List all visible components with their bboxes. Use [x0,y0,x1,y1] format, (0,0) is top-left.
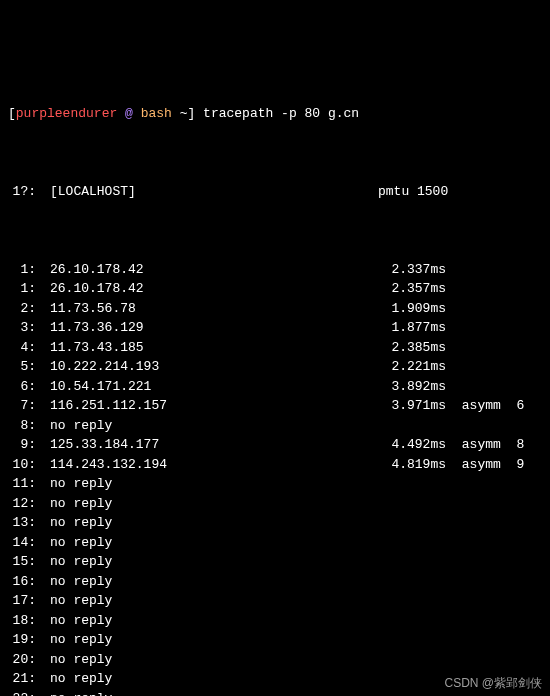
hop-number: 7: [8,396,38,416]
hop-number: 18: [8,611,38,631]
prompt-shell: bash [141,104,172,124]
hop-address: no reply [50,591,160,611]
hop-rtt: 2.337ms [378,260,446,280]
hop-row: 2: 11.73.56.781.909ms [8,299,542,319]
hop-address: no reply [50,416,160,436]
hop-row: 5: 10.222.214.1932.221ms [8,357,542,377]
hop-number: 14: [8,533,38,553]
tracepath-header: 1?: [LOCALHOST]pmtu 1500 [8,182,542,202]
hop-rtt: 1.877ms [378,318,446,338]
hop-number: 20: [8,650,38,670]
hop-number: 1: [8,279,38,299]
hop-row: 15: no reply [8,552,542,572]
hop-row: 18: no reply [8,611,542,631]
watermark: CSDN @紫郢剑侠 [444,674,542,692]
hop-number: 15: [8,552,38,572]
hop-row: 10: 114.243.132.1944.819ms asymm 9 [8,455,542,475]
hop-row: 9: 125.33.184.1774.492ms asymm 8 [8,435,542,455]
hop-number: 4: [8,338,38,358]
hop-number: 9: [8,435,38,455]
hop-extra: asymm 9 [446,455,524,475]
hop-number: 16: [8,572,38,592]
hop-number: 5: [8,357,38,377]
hop-address: 10.222.214.193 [50,357,160,377]
hop-number: 17: [8,591,38,611]
hop-extra: asymm 8 [446,435,524,455]
hop-address: no reply [50,552,160,572]
hop-address: no reply [50,494,160,514]
hop-address: 26.10.178.42 [50,279,160,299]
hop-address: no reply [50,572,160,592]
hop-number: 10: [8,455,38,475]
hop-row: 8: no reply [8,416,542,436]
hop-address: no reply [50,689,160,697]
hop-address: 125.33.184.177 [50,435,160,455]
hop-row: 19: no reply [8,630,542,650]
hop-number: 12: [8,494,38,514]
prompt-line: [purpleendurer @ bash ~] tracepath -p 80… [8,104,542,124]
hop-number: 8: [8,416,38,436]
header-pmtu: pmtu 1500 [378,182,448,202]
hop-address: 116.251.112.157 [50,396,160,416]
hop-address: no reply [50,669,160,689]
hop-number: 21: [8,669,38,689]
hop-address: 10.54.171.221 [50,377,160,397]
hops-list: 1: 26.10.178.422.337ms1: 26.10.178.422.3… [8,260,542,697]
hop-rtt: 1.909ms [378,299,446,319]
hop-row: 20: no reply [8,650,542,670]
bracket-close: ] [187,104,195,124]
hop-address: 26.10.178.42 [50,260,160,280]
hop-rtt: 2.385ms [378,338,446,358]
hop-number: 6: [8,377,38,397]
hop-extra: asymm 6 [446,396,524,416]
header-hop: 1?: [8,182,38,202]
hop-row: 1: 26.10.178.422.337ms [8,260,542,280]
hop-row: 7: 116.251.112.1573.971ms asymm 6 [8,396,542,416]
hop-address: no reply [50,533,160,553]
hop-row: 17: no reply [8,591,542,611]
hop-address: 11.73.43.185 [50,338,160,358]
hop-address: 114.243.132.194 [50,455,160,475]
hop-row: 13: no reply [8,513,542,533]
hop-row: 6: 10.54.171.2213.892ms [8,377,542,397]
hop-address: no reply [50,630,160,650]
hop-row: 4: 11.73.43.1852.385ms [8,338,542,358]
hop-rtt: 2.357ms [378,279,446,299]
prompt-tilde: ~ [172,104,188,124]
hop-number: 11: [8,474,38,494]
hop-row: 1: 26.10.178.422.357ms [8,279,542,299]
hop-address: no reply [50,513,160,533]
header-host: [LOCALHOST] [50,182,160,202]
hop-number: 13: [8,513,38,533]
hop-number: 3: [8,318,38,338]
hop-number: 1: [8,260,38,280]
hop-number: 22: [8,689,38,697]
hop-row: 14: no reply [8,533,542,553]
hop-row: 3: 11.73.36.1291.877ms [8,318,542,338]
hop-address: no reply [50,474,160,494]
command-text: tracepath -p 80 g.cn [203,104,359,124]
hop-rtt: 2.221ms [378,357,446,377]
prompt-at: @ [117,104,140,124]
hop-address: 11.73.36.129 [50,318,160,338]
hop-address: no reply [50,650,160,670]
hop-rtt: 3.892ms [378,377,446,397]
hop-number: 2: [8,299,38,319]
hop-rtt: 4.819ms [378,455,446,475]
hop-address: 11.73.56.78 [50,299,160,319]
prompt-user: purpleendurer [16,104,117,124]
hop-rtt: 3.971ms [378,396,446,416]
hop-rtt: 4.492ms [378,435,446,455]
hop-row: 12: no reply [8,494,542,514]
hop-address: no reply [50,611,160,631]
hop-row: 16: no reply [8,572,542,592]
hop-row: 11: no reply [8,474,542,494]
bracket-open: [ [8,104,16,124]
hop-number: 19: [8,630,38,650]
